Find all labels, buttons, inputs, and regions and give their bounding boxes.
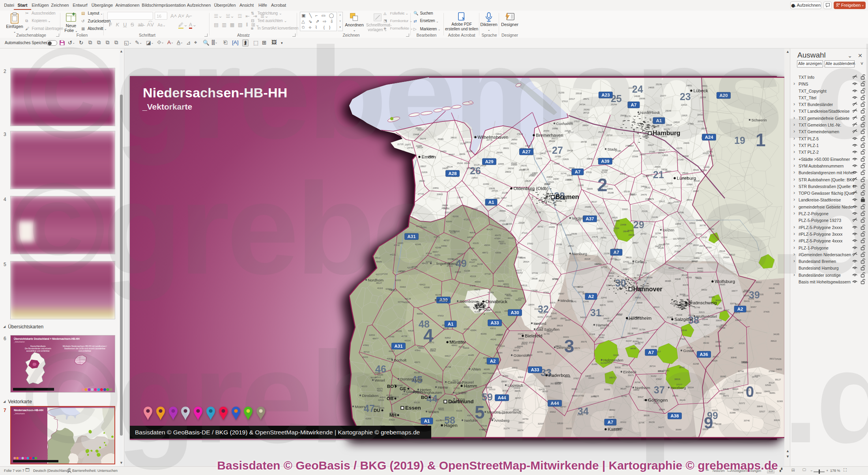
svg-text:23262: 23262: [646, 174, 652, 177]
svg-text:43253: 43253: [516, 272, 522, 274]
svg-text:36269: 36269: [686, 276, 692, 279]
svg-text:27816: 27816: [696, 252, 702, 254]
svg-text:33546: 33546: [681, 329, 687, 332]
svg-text:20117: 20117: [629, 193, 635, 196]
svg-text:39247: 39247: [546, 315, 552, 318]
svg-text:38298: 38298: [715, 423, 721, 425]
svg-text:28001: 28001: [503, 147, 509, 149]
svg-text:39279: 39279: [720, 324, 726, 326]
svg-text:39343: 39343: [522, 341, 528, 344]
svg-text:23: 23: [680, 91, 691, 102]
svg-text:28610: 28610: [451, 136, 456, 139]
svg-text:30876: 30876: [709, 296, 715, 298]
svg-text:36208: 36208: [676, 314, 682, 316]
svg-text:33431: 33431: [764, 390, 770, 393]
svg-text:22532: 22532: [542, 262, 548, 264]
svg-text:Goslar: Goslar: [683, 348, 694, 353]
svg-text:29397: 29397: [623, 268, 629, 270]
svg-text:26606: 26606: [655, 166, 660, 168]
svg-text:46475: 46475: [495, 234, 501, 237]
svg-text:22283: 22283: [659, 149, 665, 151]
svg-text:32416: 32416: [613, 354, 619, 356]
svg-text:Hamm: Hamm: [464, 384, 477, 388]
svg-text:27: 27: [552, 145, 563, 156]
svg-text:20447: 20447: [633, 150, 639, 152]
svg-text:33814: 33814: [735, 319, 741, 321]
svg-text:46356: 46356: [481, 333, 486, 335]
svg-text:Lübeck: Lübeck: [694, 88, 708, 93]
svg-text:34427: 34427: [692, 260, 698, 263]
svg-text:47285: 47285: [471, 265, 477, 267]
svg-text:Marl: Marl: [415, 378, 423, 382]
svg-text:34094: 34094: [775, 292, 781, 294]
svg-text:A2: A2: [588, 294, 594, 299]
svg-text:25216: 25216: [511, 142, 516, 145]
svg-text:39067: 39067: [558, 292, 564, 295]
svg-text:43109: 43109: [456, 410, 462, 412]
svg-text:47765: 47765: [454, 387, 460, 389]
svg-text:41671: 41671: [434, 236, 440, 238]
svg-text:48107: 48107: [376, 282, 382, 284]
svg-text:29507: 29507: [420, 165, 426, 168]
svg-text:Rheine: Rheine: [438, 298, 449, 302]
svg-text:35384: 35384: [659, 408, 665, 411]
svg-text:28764: 28764: [705, 246, 711, 249]
svg-text:38018: 38018: [513, 349, 519, 352]
svg-text:39390: 39390: [720, 375, 726, 378]
svg-text:Hamburg: Hamburg: [653, 130, 680, 136]
svg-text:21952: 21952: [466, 150, 472, 153]
svg-text:47251: 47251: [464, 218, 470, 221]
svg-text:Bocholt: Bocholt: [394, 358, 407, 362]
svg-text:39159: 39159: [649, 421, 655, 423]
svg-text:29889: 29889: [442, 204, 448, 207]
svg-text:Dorsten: Dorsten: [400, 377, 413, 381]
svg-text:Stade: Stade: [608, 147, 617, 151]
svg-text:44947: 44947: [457, 253, 463, 255]
svg-text:36680: 36680: [571, 388, 577, 390]
svg-text:38395: 38395: [607, 320, 613, 322]
svg-text:33430: 33430: [588, 377, 594, 379]
svg-text:32799: 32799: [738, 370, 744, 373]
svg-text:21027: 21027: [648, 144, 654, 146]
svg-text:24336: 24336: [678, 211, 684, 214]
svg-text:23458: 23458: [620, 224, 626, 226]
svg-text:A36: A36: [700, 352, 708, 357]
svg-text:21927: 21927: [622, 208, 628, 210]
svg-text:24364: 24364: [723, 256, 729, 259]
svg-text:22175: 22175: [673, 238, 679, 240]
svg-text:29479: 29479: [699, 245, 705, 247]
svg-text:29781: 29781: [600, 237, 606, 239]
svg-text:Oldenburg (Oldb): Oldenburg (Oldb): [514, 186, 549, 191]
svg-text:44990: 44990: [441, 245, 447, 247]
svg-text:42345: 42345: [415, 243, 421, 246]
svg-text:28524: 28524: [417, 146, 423, 149]
svg-text:27324: 27324: [613, 227, 619, 229]
svg-text:38388: 38388: [665, 280, 671, 282]
svg-text:32442: 32442: [601, 296, 607, 299]
svg-text:23628: 23628: [525, 180, 531, 182]
svg-text:Wolfenbüttel: Wolfenbüttel: [696, 314, 717, 319]
svg-text:22609: 22609: [563, 158, 569, 160]
svg-text:48259: 48259: [506, 294, 512, 297]
svg-text:Paderborn: Paderborn: [549, 373, 570, 378]
svg-text:45738: 45738: [458, 346, 464, 348]
svg-text:39328: 39328: [584, 258, 590, 260]
svg-text:27679: 27679: [592, 236, 598, 238]
svg-text:29428: 29428: [567, 149, 573, 152]
svg-text:Herzberg: Herzberg: [671, 386, 686, 390]
svg-text:46101: 46101: [361, 385, 367, 387]
svg-text:32990: 32990: [607, 300, 613, 303]
svg-text:27210: 27210: [499, 220, 505, 222]
svg-text:39477: 39477: [713, 356, 718, 358]
svg-text:41930: 41930: [424, 286, 430, 289]
svg-text:39149: 39149: [679, 399, 685, 401]
svg-text:28022: 28022: [708, 155, 714, 157]
svg-text:40022: 40022: [496, 334, 501, 336]
svg-text:39538: 39538: [627, 332, 633, 335]
svg-text:32941: 32941: [518, 376, 524, 378]
svg-text:20863: 20863: [437, 193, 443, 196]
svg-text:30614: 30614: [732, 388, 738, 390]
svg-text:34195: 34195: [773, 333, 779, 335]
svg-text:43120: 43120: [414, 401, 420, 404]
svg-text:36263: 36263: [539, 279, 544, 282]
